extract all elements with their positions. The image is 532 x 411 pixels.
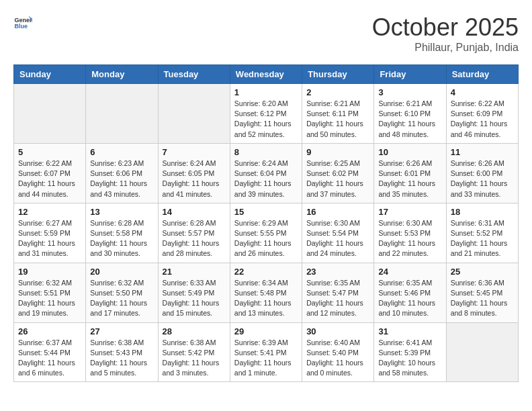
day-info: Sunrise: 6:35 AM Sunset: 5:47 PM Dayligh… <box>306 278 369 319</box>
calendar-cell: 5Sunrise: 6:22 AM Sunset: 6:07 PM Daylig… <box>14 143 86 203</box>
calendar-cell <box>86 84 158 144</box>
logo-icon: General Blue <box>13 13 32 32</box>
calendar-cell: 31Sunrise: 6:41 AM Sunset: 5:39 PM Dayli… <box>374 322 446 382</box>
calendar-cell: 18Sunrise: 6:31 AM Sunset: 5:52 PM Dayli… <box>446 203 518 263</box>
day-info: Sunrise: 6:36 AM Sunset: 5:45 PM Dayligh… <box>451 278 514 319</box>
day-number: 30 <box>306 326 369 336</box>
weekday-header-tuesday: Tuesday <box>158 65 230 84</box>
calendar-cell: 27Sunrise: 6:38 AM Sunset: 5:43 PM Dayli… <box>86 322 158 382</box>
calendar-cell: 29Sunrise: 6:39 AM Sunset: 5:41 PM Dayli… <box>230 322 302 382</box>
day-number: 11 <box>451 147 514 157</box>
day-info: Sunrise: 6:32 AM Sunset: 5:50 PM Dayligh… <box>90 278 153 319</box>
page-header: General Blue October 2025 Phillaur, Punj… <box>13 13 519 54</box>
calendar-week-2: 5Sunrise: 6:22 AM Sunset: 6:07 PM Daylig… <box>14 143 519 203</box>
calendar-cell: 23Sunrise: 6:35 AM Sunset: 5:47 PM Dayli… <box>302 263 374 322</box>
calendar-cell <box>14 84 86 144</box>
calendar-cell: 30Sunrise: 6:40 AM Sunset: 5:40 PM Dayli… <box>302 322 374 382</box>
calendar-table: SundayMondayTuesdayWednesdayThursdayFrid… <box>13 64 519 382</box>
day-info: Sunrise: 6:37 AM Sunset: 5:44 PM Dayligh… <box>18 338 81 379</box>
day-info: Sunrise: 6:40 AM Sunset: 5:40 PM Dayligh… <box>306 338 369 379</box>
day-number: 4 <box>451 87 514 97</box>
calendar-cell: 19Sunrise: 6:32 AM Sunset: 5:51 PM Dayli… <box>14 263 86 322</box>
day-number: 5 <box>18 147 81 157</box>
day-info: Sunrise: 6:24 AM Sunset: 6:05 PM Dayligh… <box>163 158 226 199</box>
svg-text:Blue: Blue <box>14 23 28 30</box>
calendar-cell: 12Sunrise: 6:27 AM Sunset: 5:59 PM Dayli… <box>14 203 86 263</box>
calendar-cell: 1Sunrise: 6:20 AM Sunset: 6:12 PM Daylig… <box>230 84 302 144</box>
day-info: Sunrise: 6:22 AM Sunset: 6:09 PM Dayligh… <box>451 99 514 140</box>
weekday-header-wednesday: Wednesday <box>230 65 302 84</box>
calendar-cell: 8Sunrise: 6:24 AM Sunset: 6:04 PM Daylig… <box>230 143 302 203</box>
day-number: 20 <box>90 267 153 277</box>
day-info: Sunrise: 6:27 AM Sunset: 5:59 PM Dayligh… <box>18 218 81 259</box>
calendar-cell: 11Sunrise: 6:26 AM Sunset: 6:00 PM Dayli… <box>446 143 518 203</box>
day-number: 3 <box>378 87 441 97</box>
calendar-cell: 25Sunrise: 6:36 AM Sunset: 5:45 PM Dayli… <box>446 263 518 322</box>
calendar-cell <box>446 322 518 382</box>
day-info: Sunrise: 6:23 AM Sunset: 6:06 PM Dayligh… <box>90 158 153 199</box>
calendar-cell: 22Sunrise: 6:34 AM Sunset: 5:48 PM Dayli… <box>230 263 302 322</box>
day-info: Sunrise: 6:20 AM Sunset: 6:12 PM Dayligh… <box>234 99 298 140</box>
calendar-cell: 2Sunrise: 6:21 AM Sunset: 6:11 PM Daylig… <box>302 84 374 144</box>
calendar-cell: 3Sunrise: 6:21 AM Sunset: 6:10 PM Daylig… <box>374 84 446 144</box>
day-number: 27 <box>90 326 153 336</box>
day-number: 28 <box>163 326 226 336</box>
day-info: Sunrise: 6:32 AM Sunset: 5:51 PM Dayligh… <box>18 278 81 319</box>
day-info: Sunrise: 6:26 AM Sunset: 6:01 PM Dayligh… <box>378 158 441 199</box>
calendar-cell: 14Sunrise: 6:28 AM Sunset: 5:57 PM Dayli… <box>158 203 230 263</box>
day-info: Sunrise: 6:34 AM Sunset: 5:48 PM Dayligh… <box>234 278 298 319</box>
weekday-header-row: SundayMondayTuesdayWednesdayThursdayFrid… <box>14 65 519 84</box>
day-number: 17 <box>378 207 441 217</box>
weekday-header-friday: Friday <box>374 65 446 84</box>
day-info: Sunrise: 6:21 AM Sunset: 6:11 PM Dayligh… <box>306 99 369 140</box>
day-number: 14 <box>163 207 226 217</box>
day-info: Sunrise: 6:41 AM Sunset: 5:39 PM Dayligh… <box>378 338 441 379</box>
day-info: Sunrise: 6:28 AM Sunset: 5:58 PM Dayligh… <box>90 218 153 259</box>
day-number: 24 <box>378 267 441 277</box>
weekday-header-saturday: Saturday <box>446 65 518 84</box>
calendar-cell <box>158 84 230 144</box>
calendar-cell: 17Sunrise: 6:30 AM Sunset: 5:53 PM Dayli… <box>374 203 446 263</box>
day-number: 2 <box>306 87 369 97</box>
day-number: 21 <box>163 267 226 277</box>
calendar-cell: 10Sunrise: 6:26 AM Sunset: 6:01 PM Dayli… <box>374 143 446 203</box>
calendar-cell: 24Sunrise: 6:35 AM Sunset: 5:46 PM Dayli… <box>374 263 446 322</box>
day-info: Sunrise: 6:35 AM Sunset: 5:46 PM Dayligh… <box>378 278 441 319</box>
weekday-header-thursday: Thursday <box>302 65 374 84</box>
location-title: Phillaur, Punjab, India <box>372 42 519 54</box>
day-info: Sunrise: 6:30 AM Sunset: 5:54 PM Dayligh… <box>306 218 369 259</box>
day-number: 29 <box>234 326 298 336</box>
calendar-cell: 4Sunrise: 6:22 AM Sunset: 6:09 PM Daylig… <box>446 84 518 144</box>
day-number: 6 <box>90 147 153 157</box>
day-number: 26 <box>18 326 81 336</box>
calendar-cell: 13Sunrise: 6:28 AM Sunset: 5:58 PM Dayli… <box>86 203 158 263</box>
day-info: Sunrise: 6:26 AM Sunset: 6:00 PM Dayligh… <box>451 158 514 199</box>
day-number: 23 <box>306 267 369 277</box>
day-info: Sunrise: 6:33 AM Sunset: 5:49 PM Dayligh… <box>163 278 226 319</box>
day-info: Sunrise: 6:39 AM Sunset: 5:41 PM Dayligh… <box>234 338 298 379</box>
day-number: 1 <box>234 87 298 97</box>
calendar-cell: 9Sunrise: 6:25 AM Sunset: 6:02 PM Daylig… <box>302 143 374 203</box>
weekday-header-sunday: Sunday <box>14 65 86 84</box>
day-number: 16 <box>306 207 369 217</box>
calendar-cell: 21Sunrise: 6:33 AM Sunset: 5:49 PM Dayli… <box>158 263 230 322</box>
day-number: 25 <box>451 267 514 277</box>
day-info: Sunrise: 6:22 AM Sunset: 6:07 PM Dayligh… <box>18 158 81 199</box>
day-info: Sunrise: 6:30 AM Sunset: 5:53 PM Dayligh… <box>378 218 441 259</box>
day-number: 31 <box>378 326 441 336</box>
title-area: October 2025 Phillaur, Punjab, India <box>372 13 519 54</box>
calendar-cell: 20Sunrise: 6:32 AM Sunset: 5:50 PM Dayli… <box>86 263 158 322</box>
day-number: 9 <box>306 147 369 157</box>
calendar-week-3: 12Sunrise: 6:27 AM Sunset: 5:59 PM Dayli… <box>14 203 519 263</box>
logo: General Blue <box>13 13 32 32</box>
day-number: 10 <box>378 147 441 157</box>
calendar-cell: 28Sunrise: 6:38 AM Sunset: 5:42 PM Dayli… <box>158 322 230 382</box>
calendar-cell: 15Sunrise: 6:29 AM Sunset: 5:55 PM Dayli… <box>230 203 302 263</box>
calendar-cell: 6Sunrise: 6:23 AM Sunset: 6:06 PM Daylig… <box>86 143 158 203</box>
day-info: Sunrise: 6:25 AM Sunset: 6:02 PM Dayligh… <box>306 158 369 199</box>
day-info: Sunrise: 6:21 AM Sunset: 6:10 PM Dayligh… <box>378 99 441 140</box>
calendar-week-5: 26Sunrise: 6:37 AM Sunset: 5:44 PM Dayli… <box>14 322 519 382</box>
day-info: Sunrise: 6:38 AM Sunset: 5:42 PM Dayligh… <box>163 338 226 379</box>
month-title: October 2025 <box>372 13 519 42</box>
day-number: 12 <box>18 207 81 217</box>
